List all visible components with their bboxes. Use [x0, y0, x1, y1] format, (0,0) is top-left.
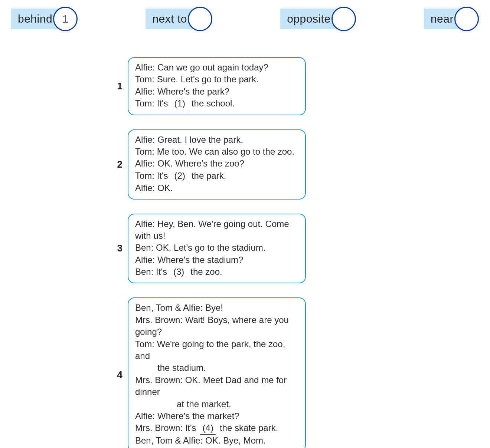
dialogue-line: Mrs. Brown: Wait! Boys, where are you go…	[135, 314, 298, 338]
dialogue-line: Alfie: Where's the market?	[135, 410, 298, 422]
dialogue-card: Ben, Tom & Alfie: Bye! Mrs. Brown: Wait!…	[128, 297, 306, 448]
fill-blank[interactable]: (4)	[200, 422, 216, 434]
dialogue-line: Tom: We're going to the park, the zoo, a…	[135, 338, 298, 362]
vocab-answer-circle[interactable]: 1	[53, 7, 78, 31]
dialogue-line: Mrs. Brown: OK. Meet Dad and me for dinn…	[135, 374, 298, 398]
fill-blank[interactable]: (3)	[171, 266, 187, 278]
line-pre: Tom: It's	[135, 171, 170, 181]
dialogue-number: 2	[111, 159, 122, 170]
line-post: the zoo.	[188, 267, 222, 277]
vocab-item-behind: behind 1	[11, 7, 78, 31]
dialogue-number: 3	[111, 243, 122, 254]
dialogue-card: Alfie: Hey, Ben. We're going out. Come w…	[128, 214, 306, 284]
line-pre: Mrs. Brown: It's	[135, 423, 199, 433]
dialogue-number: 4	[111, 369, 122, 381]
line-post: the park.	[189, 171, 226, 181]
vocab-item-near: near	[424, 7, 479, 31]
dialogue-line: the stadium.	[135, 362, 298, 374]
fill-blank[interactable]: (1)	[172, 98, 187, 110]
dialogue-block: 2 Alfie: Great. I love the park. Tom: Me…	[111, 129, 401, 200]
line-post: the school.	[189, 98, 235, 108]
dialogue-block: 3 Alfie: Hey, Ben. We're going out. Come…	[111, 214, 401, 284]
vocab-item-opposite: opposite	[280, 7, 356, 31]
dialogue-line: Tom: It's (2) the park.	[135, 170, 298, 182]
dialogue-line: Ben: OK. Let's go to the stadium.	[135, 242, 298, 254]
vocab-row: behind 1 next to opposite near	[11, 7, 479, 39]
dialogue-line: Ben: It's (3) the zoo.	[135, 266, 298, 278]
fill-blank[interactable]: (2)	[172, 170, 187, 182]
dialogue-card: Alfie: Great. I love the park. Tom: Me t…	[128, 129, 306, 200]
dialogue-line: Ben, Tom & Alfie: OK. Bye, Mom.	[135, 435, 298, 447]
dialogue-card: Alfie: Can we go out again today? Tom: S…	[128, 57, 306, 115]
dialogue-block: 4 Ben, Tom & Alfie: Bye! Mrs. Brown: Wai…	[111, 297, 401, 448]
line-pre: Tom: It's	[135, 98, 170, 108]
dialogue-line: Alfie: Where's the park?	[135, 86, 298, 98]
dialogue-block: 1 Alfie: Can we go out again today? Tom:…	[111, 57, 401, 115]
dialogue-line: Tom: Me too. We can also go to the zoo.	[135, 146, 298, 158]
dialogue-line: Alfie: Great. I love the park.	[135, 134, 298, 146]
dialogue-line: Alfie: OK.	[135, 182, 298, 194]
dialogue-line: Tom: It's (1) the school.	[135, 98, 298, 110]
dialogue-line: Alfie: Hey, Ben. We're going out. Come w…	[135, 218, 298, 242]
vocab-item-next-to: next to	[146, 7, 212, 31]
vocab-answer-circle[interactable]	[188, 7, 212, 31]
line-pre: Ben: It's	[135, 267, 170, 277]
vocab-answer-circle[interactable]	[331, 7, 356, 31]
dialogue-line: Tom: Sure. Let's go to the park.	[135, 73, 298, 85]
dialogue-line: at the market.	[135, 398, 298, 410]
dialogue-list: 1 Alfie: Can we go out again today? Tom:…	[111, 57, 401, 448]
dialogue-line: Alfie: Can we go out again today?	[135, 62, 298, 73]
dialogue-number: 1	[111, 80, 122, 92]
worksheet-page: behind 1 next to opposite near 1 Alfie: …	[0, 0, 490, 448]
vocab-answer-circle[interactable]	[454, 7, 479, 31]
line-post: the skate park.	[217, 423, 278, 433]
dialogue-line: Alfie: OK. Where's the zoo?	[135, 158, 298, 169]
dialogue-line: Mrs. Brown: It's (4) the skate park.	[135, 422, 298, 434]
vocab-label: opposite	[280, 9, 339, 29]
dialogue-line: Ben, Tom & Alfie: Bye!	[135, 302, 298, 314]
dialogue-line: Alfie: Where's the stadium?	[135, 254, 298, 266]
